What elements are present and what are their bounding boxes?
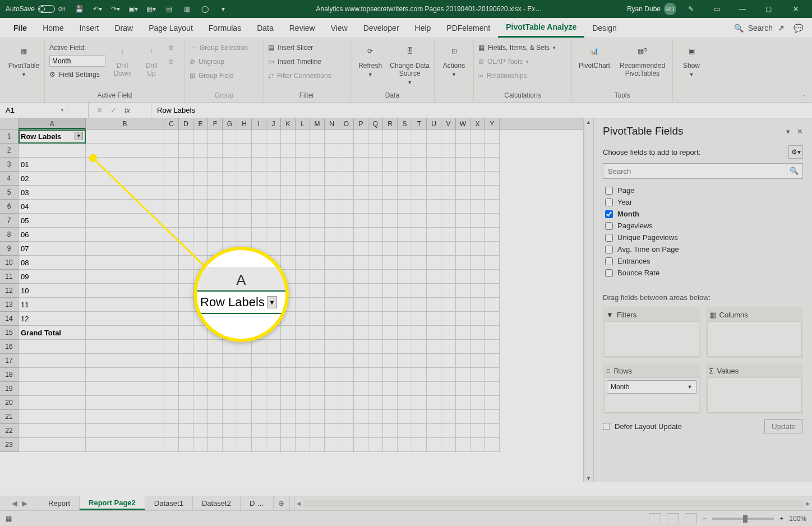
cell-F8[interactable] <box>208 228 223 242</box>
actions-button[interactable]: ⊡ Actions ▼ <box>439 40 469 77</box>
col-header-O[interactable]: O <box>339 118 354 129</box>
cell-S12[interactable] <box>398 284 412 298</box>
cell-J23[interactable] <box>266 438 281 452</box>
cell-N18[interactable] <box>325 368 339 382</box>
cell-Y12[interactable] <box>485 284 500 298</box>
cell-K20[interactable] <box>281 396 296 410</box>
cell-W21[interactable] <box>456 410 470 424</box>
tab-page-layout[interactable]: Page Layout <box>141 19 201 37</box>
cell-W20[interactable] <box>456 396 470 410</box>
tab-insert[interactable]: Insert <box>71 19 107 37</box>
cell-H4[interactable] <box>237 172 252 186</box>
cell-R18[interactable] <box>383 368 398 382</box>
cell-E21[interactable] <box>193 410 208 424</box>
cell-B8[interactable] <box>86 228 164 242</box>
cell-L22[interactable] <box>296 424 310 438</box>
cell-I6[interactable] <box>252 200 266 214</box>
cell-L1[interactable] <box>296 130 310 144</box>
cell-W2[interactable] <box>456 144 470 158</box>
cell-G19[interactable] <box>223 382 237 396</box>
cell-D14[interactable] <box>179 312 193 326</box>
cell-V19[interactable] <box>441 382 456 396</box>
cell-P23[interactable] <box>354 438 368 452</box>
row-header-8[interactable]: 8 <box>0 228 19 242</box>
cell-Y18[interactable] <box>485 368 500 382</box>
field-checkbox[interactable] <box>605 257 613 265</box>
cell-E4[interactable] <box>193 172 208 186</box>
cell-C14[interactable] <box>164 312 179 326</box>
cell-E22[interactable] <box>193 424 208 438</box>
cell-Y16[interactable] <box>485 340 500 354</box>
cell-B21[interactable] <box>86 410 164 424</box>
cell-X10[interactable] <box>470 256 485 270</box>
cell-N14[interactable] <box>325 312 339 326</box>
cell-U4[interactable] <box>427 172 441 186</box>
cell-U17[interactable] <box>427 354 441 368</box>
cell-T16[interactable] <box>412 340 427 354</box>
cell-K17[interactable] <box>281 354 296 368</box>
cell-Y21[interactable] <box>485 410 500 424</box>
cell-O15[interactable] <box>339 326 354 340</box>
cell-H6[interactable] <box>237 200 252 214</box>
cell-L16[interactable] <box>296 340 310 354</box>
cell-G7[interactable] <box>223 214 237 228</box>
user-avatar[interactable]: RD <box>664 3 676 15</box>
cell-W14[interactable] <box>456 312 470 326</box>
cell-T23[interactable] <box>412 438 427 452</box>
cell-C2[interactable] <box>164 144 179 158</box>
cell-F5[interactable] <box>208 186 223 200</box>
cell-F6[interactable] <box>208 200 223 214</box>
cell-T8[interactable] <box>412 228 427 242</box>
cell-P4[interactable] <box>354 172 368 186</box>
cell-P18[interactable] <box>354 368 368 382</box>
cell-V18[interactable] <box>441 368 456 382</box>
col-header-T[interactable]: T <box>412 118 427 129</box>
cell-P9[interactable] <box>354 242 368 256</box>
cell-H7[interactable] <box>237 214 252 228</box>
redo-icon[interactable]: ↷▾ <box>108 1 123 17</box>
cell-I19[interactable] <box>252 382 266 396</box>
col-header-M[interactable]: M <box>310 118 325 129</box>
row-header-7[interactable]: 7 <box>0 214 19 228</box>
cell-V12[interactable] <box>441 284 456 298</box>
cell-K1[interactable] <box>281 130 296 144</box>
cell-P21[interactable] <box>354 410 368 424</box>
cell-M8[interactable] <box>310 228 325 242</box>
cell-N5[interactable] <box>325 186 339 200</box>
cell-W19[interactable] <box>456 382 470 396</box>
cell-N12[interactable] <box>325 284 339 298</box>
cell-E8[interactable] <box>193 228 208 242</box>
cell-E5[interactable] <box>193 186 208 200</box>
cell-T12[interactable] <box>412 284 427 298</box>
cell-U10[interactable] <box>427 256 441 270</box>
next-sheet-icon[interactable]: ▶ <box>22 499 27 507</box>
field-page[interactable]: Page <box>603 184 803 196</box>
cell-O12[interactable] <box>339 284 354 298</box>
cell-R8[interactable] <box>383 228 398 242</box>
row-header-17[interactable]: 17 <box>0 354 19 368</box>
cell-X12[interactable] <box>470 284 485 298</box>
cell-C21[interactable] <box>164 410 179 424</box>
cancel-formula-icon[interactable]: ✕ <box>96 106 103 114</box>
cell-R23[interactable] <box>383 438 398 452</box>
cell-X8[interactable] <box>470 228 485 242</box>
cell-B11[interactable] <box>86 270 164 284</box>
qat-icon-4[interactable]: ▥ <box>179 1 195 17</box>
cell-D23[interactable] <box>179 438 193 452</box>
cell-F2[interactable] <box>208 144 223 158</box>
cell-H17[interactable] <box>237 354 252 368</box>
cell-J3[interactable] <box>266 158 281 172</box>
cell-R9[interactable] <box>383 242 398 256</box>
cell-L13[interactable] <box>296 298 310 312</box>
cell-D13[interactable] <box>179 298 193 312</box>
cell-H2[interactable] <box>237 144 252 158</box>
cell-S10[interactable] <box>398 256 412 270</box>
cell-C17[interactable] <box>164 354 179 368</box>
cell-Y9[interactable] <box>485 242 500 256</box>
cell-U23[interactable] <box>427 438 441 452</box>
cell-S2[interactable] <box>398 144 412 158</box>
cell-K6[interactable] <box>281 200 296 214</box>
cell-Y2[interactable] <box>485 144 500 158</box>
cell-L5[interactable] <box>296 186 310 200</box>
pivottable-button[interactable]: ▦ PivotTable ▼ <box>8 40 40 77</box>
